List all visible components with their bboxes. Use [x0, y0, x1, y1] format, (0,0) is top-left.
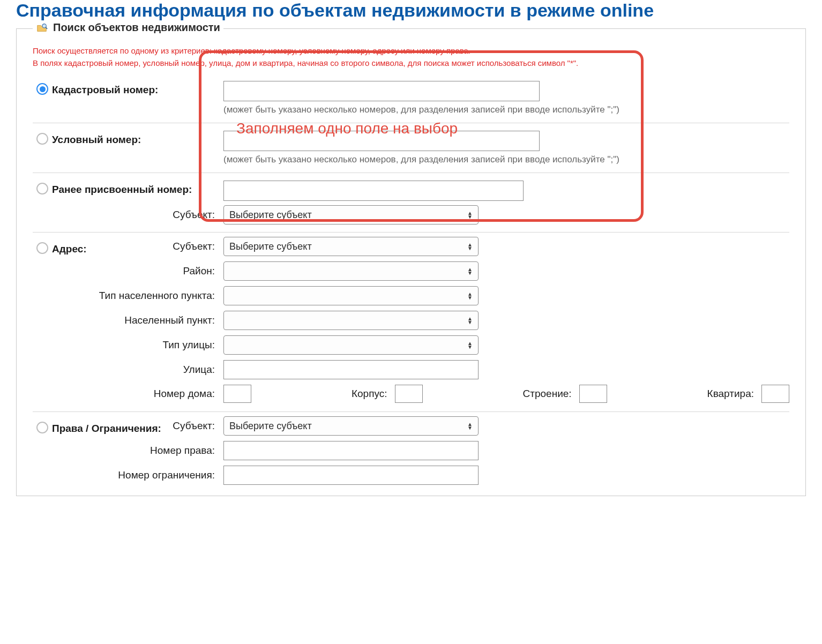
address-street-type-label: Тип улицы: — [52, 339, 223, 351]
address-house-input[interactable] — [223, 385, 251, 403]
label-previous: Ранее присвоенный номер: — [52, 181, 223, 196]
radio-cadastral[interactable] — [36, 83, 48, 95]
select-arrows-icon: ▲▼ — [467, 267, 473, 275]
address-subject-select[interactable]: Выберите субъект ▲▼ — [223, 237, 479, 256]
svg-point-0 — [42, 24, 46, 27]
search-note: Поиск осуществляется по одному из критер… — [33, 45, 789, 69]
search-folder-icon — [36, 22, 48, 34]
address-street-label: Улица: — [52, 364, 223, 376]
rights-number-input[interactable] — [223, 441, 479, 460]
address-district-select[interactable]: ▲▼ — [223, 261, 479, 281]
rights-subject-value: Выберите субъект — [229, 421, 312, 432]
address-subject-value: Выберите субъект — [229, 241, 312, 252]
criteria-row-cadastral: Кадастровый номер: (может быть указано н… — [33, 77, 789, 119]
rights-subject-label: Субъект: — [52, 420, 223, 432]
address-building-label: Строение: — [523, 388, 572, 400]
radio-address[interactable] — [36, 242, 48, 254]
select-arrows-icon: ▲▼ — [467, 211, 473, 219]
restriction-number-input[interactable] — [223, 466, 479, 485]
previous-subject-value: Выберите субъект — [229, 209, 312, 221]
address-street-type-select[interactable]: ▲▼ — [223, 335, 479, 355]
select-arrows-icon: ▲▼ — [467, 292, 473, 299]
search-note-line1: Поиск осуществляется по одному из критер… — [33, 46, 470, 55]
select-arrows-icon: ▲▼ — [467, 243, 473, 250]
radio-previous[interactable] — [36, 183, 48, 194]
select-arrows-icon: ▲▼ — [467, 422, 473, 430]
criteria-row-previous: Ранее присвоенный номер: — [33, 176, 789, 205]
panel-legend: Поиск объектов недвижимости — [33, 21, 223, 34]
address-apartment-label: Квартира: — [707, 388, 754, 400]
address-settlement-select[interactable]: ▲▼ — [223, 311, 479, 330]
address-korpus-input[interactable] — [395, 385, 423, 403]
address-korpus-label: Корпус: — [352, 388, 387, 400]
label-conditional: Условный номер: — [52, 131, 223, 146]
address-house-label: Номер дома: — [52, 388, 223, 400]
restriction-number-label: Номер ограничения: — [52, 469, 223, 481]
address-street-input[interactable] — [223, 360, 479, 379]
previous-input[interactable] — [223, 181, 524, 201]
previous-subject-label: Субъект: — [52, 209, 223, 221]
rights-subject-select[interactable]: Выберите субъект ▲▼ — [223, 416, 479, 436]
select-arrows-icon: ▲▼ — [467, 341, 473, 349]
conditional-hint: (может быть указано несколько номеров, д… — [223, 154, 789, 165]
address-apartment-input[interactable] — [761, 385, 789, 403]
search-panel: Поиск объектов недвижимости Поиск осущес… — [16, 28, 806, 496]
address-settlement-type-label: Тип населенного пункта: — [52, 290, 223, 302]
conditional-input[interactable] — [223, 131, 540, 151]
address-building-input[interactable] — [579, 385, 607, 403]
rights-number-label: Номер права: — [52, 445, 223, 456]
search-note-line2: В полях кадастровый номер, условный номе… — [33, 58, 578, 68]
address-settlement-label: Населенный пункт: — [52, 314, 223, 326]
page-title: Справочная информация по объектам недвиж… — [16, 0, 822, 21]
cadastral-hint: (может быть указано несколько номеров, д… — [223, 104, 789, 115]
criteria-row-conditional: Условный номер: (может быть указано неск… — [33, 126, 789, 169]
radio-conditional[interactable] — [36, 133, 48, 145]
label-cadastral: Кадастровый номер: — [52, 81, 223, 96]
previous-subject-select[interactable]: Выберите субъект ▲▼ — [223, 205, 479, 224]
select-arrows-icon: ▲▼ — [467, 317, 473, 324]
cadastral-input[interactable] — [223, 81, 540, 101]
radio-rights[interactable] — [36, 422, 48, 433]
address-district-label: Район: — [52, 265, 223, 277]
panel-legend-text: Поиск объектов недвижимости — [53, 21, 220, 34]
address-settlement-type-select[interactable]: ▲▼ — [223, 286, 479, 305]
address-subject-label: Субъект: — [52, 241, 223, 252]
